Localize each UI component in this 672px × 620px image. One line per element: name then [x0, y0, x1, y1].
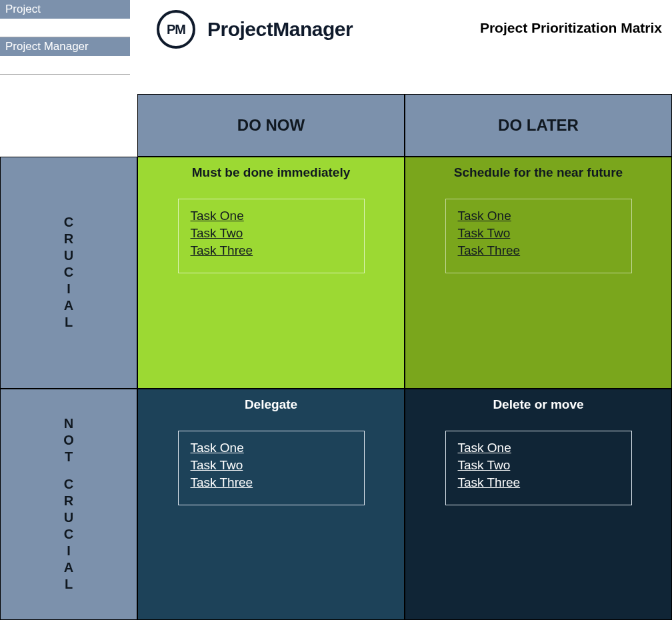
task-box-delete[interactable]: Task One Task Two Task Three — [445, 431, 632, 505]
task-box-delegate[interactable]: Task One Task Two Task Three — [178, 431, 365, 505]
task-item[interactable]: Task Three — [458, 475, 619, 490]
task-item[interactable]: Task One — [458, 209, 619, 223]
quadrant-do-now: Must be done immediately Task One Task T… — [137, 157, 405, 389]
task-item[interactable]: Task Three — [191, 243, 352, 258]
task-item[interactable]: Task One — [191, 441, 352, 455]
row-label-not: NOT — [63, 415, 74, 465]
quadrant-delete-subtitle: Delete or move — [425, 397, 651, 412]
page-title: Project Prioritization Matrix — [480, 20, 662, 36]
column-header-do-now: DO NOW — [137, 94, 405, 157]
manager-input[interactable] — [0, 57, 130, 75]
project-input[interactable] — [0, 19, 130, 37]
column-header-do-later: DO LATER — [405, 94, 672, 157]
row-label-crucial: CRUCIAL — [64, 214, 73, 331]
brand-name: ProjectManager — [207, 18, 353, 41]
row-label-crucial-2: CRUCIAL — [64, 476, 73, 593]
task-box-do-now[interactable]: Task One Task Two Task Three — [178, 199, 365, 273]
task-item[interactable]: Task One — [191, 209, 352, 223]
matrix-corner-blank — [0, 94, 137, 157]
task-item[interactable]: Task Two — [191, 458, 352, 473]
fields-block: Project Project Manager — [0, 0, 130, 75]
priority-matrix: DO NOW DO LATER CRUCIAL Must be done imm… — [0, 94, 672, 620]
brand-area: PM ProjectManager — [157, 10, 353, 49]
row-header-crucial: CRUCIAL — [0, 157, 137, 389]
task-item[interactable]: Task Three — [458, 243, 619, 258]
quadrant-do-later-subtitle: Schedule for the near future — [425, 165, 651, 180]
task-item[interactable]: Task One — [458, 441, 619, 455]
task-item[interactable]: Task Three — [191, 475, 352, 490]
project-label: Project — [0, 0, 130, 19]
quadrant-do-now-subtitle: Must be done immediately — [158, 165, 384, 180]
quadrant-delegate-subtitle: Delegate — [158, 397, 384, 412]
page-container: Project Project Manager PM ProjectManage… — [0, 0, 672, 620]
quadrant-do-later: Schedule for the near future Task One Ta… — [405, 157, 672, 389]
task-item[interactable]: Task Two — [458, 458, 619, 473]
row-header-not-crucial: NOT CRUCIAL — [0, 389, 137, 621]
quadrant-delete: Delete or move Task One Task Two Task Th… — [405, 389, 672, 621]
task-item[interactable]: Task Two — [191, 226, 352, 241]
quadrant-delegate: Delegate Task One Task Two Task Three — [137, 389, 405, 621]
task-box-do-later[interactable]: Task One Task Two Task Three — [445, 199, 632, 273]
logo-icon: PM — [157, 10, 195, 49]
manager-label: Project Manager — [0, 37, 130, 57]
task-item[interactable]: Task Two — [458, 226, 619, 241]
